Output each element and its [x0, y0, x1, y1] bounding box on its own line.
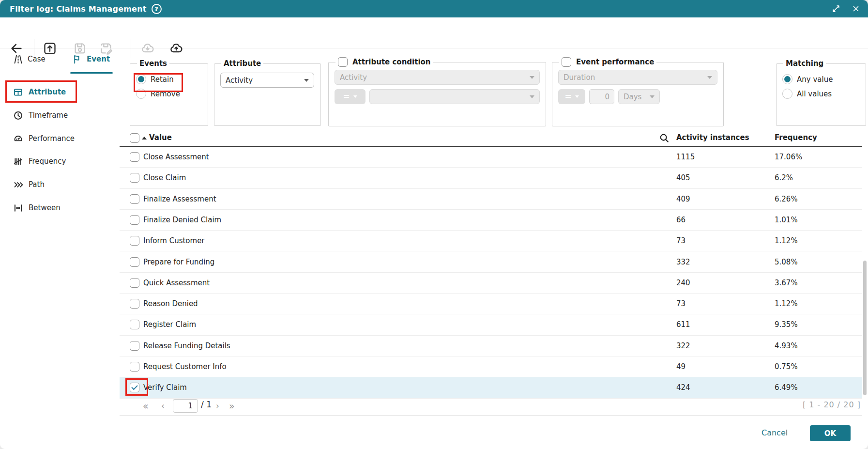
open-upload-icon[interactable] [43, 42, 57, 55]
sidebar-item-performance[interactable]: Performance [29, 134, 75, 143]
search-icon[interactable] [659, 133, 670, 143]
table-row[interactable]: Close Claim4056.2% [120, 168, 862, 188]
row-frequency: 0.75% [775, 356, 798, 377]
row-checkbox[interactable] [130, 362, 139, 372]
attribute-select[interactable]: Activity [220, 73, 314, 88]
performance-gauge-icon [13, 134, 23, 144]
retain-option[interactable]: Retain [136, 74, 202, 84]
toolbar-separator [131, 39, 131, 58]
duration-unit-value: Days [624, 93, 641, 101]
remove-radio[interactable] [136, 89, 146, 99]
table-row[interactable]: Inform Customer731.12% [120, 231, 862, 251]
vertical-scrollbar-thumb[interactable] [863, 261, 867, 395]
first-page-button[interactable]: « [143, 399, 149, 413]
sidebar-item-timeframe[interactable]: Timeframe [29, 111, 68, 120]
column-frequency[interactable]: Frequency [775, 133, 817, 142]
row-checkbox[interactable] [130, 299, 139, 309]
save-icon [73, 42, 87, 55]
chevron-down-icon [530, 76, 534, 79]
condition-operator-button: = [335, 89, 365, 104]
table-row[interactable]: Register Claim6119.35% [120, 314, 862, 335]
attribute-condition-checkbox[interactable] [338, 57, 348, 67]
row-frequency: 1.12% [775, 294, 798, 314]
table-row[interactable]: Finalize Assessment4096.26% [120, 189, 862, 210]
tab-event[interactable]: Event [87, 55, 110, 63]
any-value-label: Any value [797, 75, 833, 84]
row-activity-instances: 409 [676, 189, 690, 210]
last-page-button[interactable]: » [229, 399, 235, 413]
table-row[interactable]: Request Customer Info490.75% [120, 356, 862, 377]
cloud-upload-icon[interactable] [169, 42, 183, 55]
select-all-checkbox[interactable] [130, 133, 139, 143]
row-checkbox[interactable] [130, 257, 139, 267]
help-icon[interactable]: ? [152, 4, 162, 14]
row-frequency: 4.93% [775, 336, 798, 356]
sidebar-item-path[interactable]: Path [29, 180, 45, 189]
row-checkbox[interactable] [130, 194, 139, 204]
prev-page-button[interactable]: ‹ [161, 399, 165, 413]
matching-panel: Matching Any value All values [776, 59, 866, 126]
column-activity-instances[interactable]: Activity instances [676, 133, 749, 142]
sidebar-item-attribute[interactable]: Attribute [29, 88, 66, 96]
sort-asc-icon[interactable] [142, 137, 147, 139]
condition-attribute-value: Activity [340, 73, 367, 82]
retain-radio[interactable] [136, 74, 146, 84]
title-bar: Filter log: Claims Management ? [0, 0, 868, 17]
row-activity-instances: 240 [676, 273, 690, 294]
column-value[interactable]: Value [149, 133, 172, 142]
expand-icon[interactable] [831, 4, 841, 14]
duration-unit-select: Days [618, 89, 660, 104]
row-checkbox[interactable] [130, 173, 139, 183]
row-frequency: 17.06% [775, 147, 802, 168]
chevron-down-icon [650, 95, 655, 98]
performance-metric-select: Duration [558, 70, 717, 85]
next-page-button[interactable]: › [216, 399, 219, 413]
row-checkbox[interactable] [130, 215, 139, 225]
row-value: Close Assessment [143, 147, 209, 168]
row-frequency: 3.67% [775, 273, 798, 294]
row-checkbox[interactable] [130, 152, 139, 162]
row-checkbox[interactable] [130, 341, 139, 351]
close-icon[interactable] [852, 4, 860, 13]
row-checkbox[interactable] [130, 236, 139, 246]
table-row[interactable]: Finalize Denied Claim661.01% [120, 210, 862, 231]
all-values-radio[interactable] [782, 89, 792, 99]
sidebar-item-between[interactable]: Between [29, 203, 61, 212]
active-tab-underline [70, 72, 113, 74]
events-panel: Events Retain Remove [130, 59, 208, 126]
back-icon[interactable] [10, 42, 23, 55]
attribute-select-value: Activity [226, 76, 253, 85]
frequency-tally-icon [13, 156, 23, 167]
event-performance-legend: Event performance [576, 58, 654, 66]
ok-button[interactable]: OK [810, 425, 851, 441]
row-range-label: [ 1 - 20 / 20 ] [803, 400, 861, 409]
table-row[interactable]: Reason Denied731.12% [120, 294, 862, 314]
chevron-down-icon [353, 95, 357, 98]
chevron-down-icon [304, 79, 309, 82]
cancel-button[interactable]: Cancel [761, 428, 788, 437]
row-checkbox[interactable] [130, 278, 139, 288]
sidebar-item-frequency[interactable]: Frequency [29, 157, 66, 166]
table-row[interactable]: Quick Assessment2403.67% [120, 273, 862, 294]
table-row[interactable]: Prepare for Funding3325.08% [120, 252, 862, 273]
tab-case[interactable]: Case [28, 55, 46, 63]
chevron-down-icon [707, 76, 712, 79]
event-performance-checkbox[interactable] [562, 57, 571, 67]
table-row[interactable]: Release Funding Details3224.93% [120, 336, 862, 356]
condition-value-select [369, 89, 540, 104]
remove-option[interactable]: Remove [136, 89, 202, 99]
dialog-title: Filter log: Claims Management [10, 4, 147, 14]
any-value-option[interactable]: Any value [782, 74, 860, 84]
any-value-radio[interactable] [782, 74, 792, 84]
row-activity-instances: 1115 [676, 147, 695, 168]
page-number-input[interactable] [173, 399, 198, 413]
between-icon [13, 203, 23, 213]
row-checkbox[interactable] [130, 383, 139, 392]
page-total: / 1 [201, 400, 212, 409]
filter-dialog: Filter log: Claims Management ? Case Eve… [0, 0, 868, 449]
table-row[interactable]: Verify Claim4246.49% [120, 377, 862, 398]
table-row[interactable]: Close Assessment111517.06% [120, 147, 862, 168]
row-activity-instances: 424 [676, 377, 690, 398]
row-checkbox[interactable] [130, 320, 139, 329]
all-values-option[interactable]: All values [782, 89, 860, 99]
